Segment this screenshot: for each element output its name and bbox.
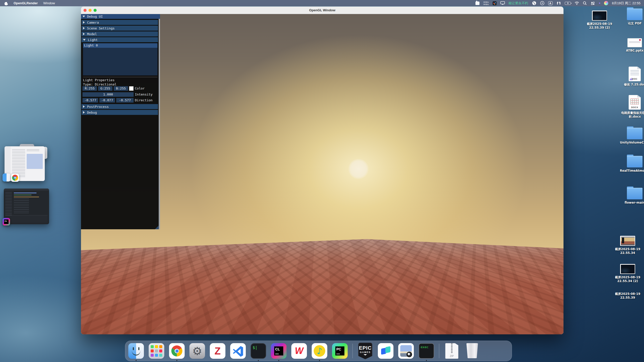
- airpods-icon[interactable]: [556, 1, 561, 5]
- running-indicator: [258, 360, 259, 361]
- play-status-icon[interactable]: [540, 1, 544, 5]
- folder-icon: [627, 9, 642, 20]
- expand-arrow-icon: [83, 33, 85, 35]
- icon-label: 截屏2025-08-19 22.55.39: [613, 292, 642, 300]
- icon-label: RealTimeAtmosphere: [620, 169, 644, 173]
- panel-resize-grip[interactable]: [155, 226, 158, 229]
- network-speed[interactable]: 0KB/s 0KB/s: [483, 1, 489, 6]
- siri-icon[interactable]: [604, 1, 608, 5]
- dock-divider: [439, 344, 439, 358]
- dock-item-zotero[interactable]: Z: [210, 343, 225, 359]
- zotero-icon: Z: [210, 343, 225, 359]
- battery-icon[interactable]: [565, 2, 571, 5]
- dock-item-chrome[interactable]: [169, 343, 185, 359]
- exec-terminal-icon: exec: [419, 343, 434, 359]
- icon-label: 论文 PDF: [628, 22, 641, 25]
- dock-item-tencent-meeting[interactable]: [378, 343, 393, 359]
- dock-item-terminal[interactable]: $|: [251, 343, 266, 359]
- epic-games-icon: EPIC GAMES: [358, 343, 372, 359]
- menu-datetime[interactable]: 8月19日 周二 22:55: [612, 1, 640, 6]
- stage-group-documents[interactable]: [2, 143, 52, 183]
- dock-item-exec[interactable]: exec: [419, 343, 434, 359]
- color-g-field[interactable]: G:255: [98, 86, 112, 91]
- color-swatch[interactable]: [129, 86, 134, 91]
- dock-item-preview[interactable]: [398, 343, 414, 359]
- display-icon[interactable]: [500, 1, 505, 5]
- section-header-scene-settings[interactable]: Scene Settings: [82, 26, 158, 31]
- icon-label: UnityVolumeCloud: [620, 141, 644, 145]
- stage-chrome-icon[interactable]: [11, 174, 19, 182]
- apple-menu-icon[interactable]: [5, 1, 8, 5]
- dock-item-pycharm[interactable]: PC: [332, 343, 348, 359]
- collapse-arrow-icon[interactable]: [83, 16, 85, 17]
- desktop-icon-screenshot-39[interactable]: 截屏2025-08-19 22.55.39: [613, 292, 643, 300]
- section-header-postprocess[interactable]: PostProcess: [82, 104, 158, 109]
- runcat-icon[interactable]: [475, 2, 479, 5]
- stage-group-ide[interactable]: CL: [3, 187, 53, 228]
- input-method-icon[interactable]: A: [548, 1, 553, 5]
- collapse-arrow-icon: [83, 39, 86, 41]
- desktop-icon-screenshot-34[interactable]: 截屏2025-08-19 22.55.34: [613, 236, 643, 255]
- desktop-icon-screenshot-39-2[interactable]: 截屏2025-08-19 22.55.39 (2): [584, 11, 615, 30]
- section-header-debug[interactable]: Debug: [82, 110, 158, 115]
- desktop-icon-lunwen-pdf[interactable]: 论文 PDF: [620, 9, 644, 25]
- search-icon[interactable]: [583, 1, 587, 5]
- dock-item-vscode[interactable]: [230, 343, 246, 359]
- direction-z-field[interactable]: -0.577: [116, 98, 134, 103]
- direction-x-field[interactable]: -0.577: [83, 98, 98, 103]
- section-header-camera[interactable]: Camera: [82, 20, 158, 25]
- net-down-label: 0KB/s: [483, 3, 489, 6]
- menu-item-window[interactable]: Window: [43, 1, 55, 5]
- icon-label: 截屏2025-08-19 22.55.34 (2): [613, 276, 642, 283]
- section-header-model[interactable]: Model: [82, 31, 158, 36]
- dock-item-wps[interactable]: W: [291, 343, 307, 359]
- opengl-window[interactable]: OpenGL Window Debug UI Camera Scene Sett…: [81, 7, 564, 334]
- light-listbox[interactable]: Light 0: [83, 43, 157, 75]
- desktop-icon-realtimeatmosphere[interactable]: RealTimeAtmosphere: [620, 156, 644, 173]
- dock-item-qq-music[interactable]: ♪: [312, 343, 327, 359]
- section-header-light[interactable]: Light: [82, 37, 158, 42]
- desktop-icon-screenshot-34-2[interactable]: 截屏2025-08-19 22.55.34 (2): [613, 264, 643, 283]
- desktop-icon-xiugai-doc[interactable]: DOC 修改 7.25.doc: [620, 67, 644, 86]
- dock-item-finder[interactable]: [128, 343, 144, 359]
- stage-document-window: [5, 146, 45, 181]
- section-label: PostProcess: [87, 105, 109, 109]
- menu-app-name[interactable]: OpenGLRender: [14, 1, 38, 5]
- stage-finder-icon[interactable]: [3, 173, 11, 182]
- panel-scrollbar[interactable]: [158, 19, 160, 229]
- dock-item-trash[interactable]: [464, 343, 480, 359]
- desktop-icon-flower-main[interactable]: flower-main: [620, 188, 644, 205]
- dock-item-clion[interactable]: CL: [271, 343, 287, 359]
- color-r-field[interactable]: R:255: [83, 86, 97, 91]
- control-center-icon[interactable]: [591, 2, 595, 5]
- music-app-icon[interactable]: [532, 1, 536, 5]
- desktop-icon-atbc-pptx[interactable]: ATBC.pptx: [620, 38, 644, 53]
- dock-item-system-settings[interactable]: ⚙: [189, 343, 205, 359]
- direction-y-field[interactable]: -0.077: [99, 98, 115, 103]
- music-lyric-text[interactable]: 能让爱永不朽: [509, 1, 528, 6]
- ishot-icon[interactable]: [493, 1, 497, 5]
- icon-label: flower-main: [625, 201, 644, 205]
- light-list-item-selected[interactable]: Light 0: [83, 43, 157, 48]
- dock: ⚙ Z $| CL W ♪ PC EPIC GAMES: [125, 341, 512, 361]
- running-indicator: [278, 360, 279, 361]
- dock-divider: [352, 344, 353, 358]
- dock-item-launchpad[interactable]: [149, 343, 164, 359]
- debug-ui-panel[interactable]: Debug UI Camera Scene Settings Model Lig…: [81, 14, 160, 229]
- desktop-icon-unityvolumecloud[interactable]: UnityVolumeCloud: [620, 128, 644, 145]
- dock-item-epic-games[interactable]: EPIC GAMES: [357, 343, 373, 359]
- screenshot-thumbnail: [592, 11, 607, 21]
- panel-title-bar[interactable]: Debug UI: [81, 14, 160, 19]
- render-viewport[interactable]: Debug UI Camera Scene Settings Model Lig…: [81, 14, 564, 334]
- wifi-icon[interactable]: [575, 2, 579, 5]
- window-titlebar[interactable]: OpenGL Window: [81, 7, 564, 14]
- notification-dot: [599, 3, 600, 4]
- wps-icon: W: [291, 343, 307, 359]
- folder-icon: [627, 156, 642, 167]
- dock-item-zip[interactable]: ZIP: [444, 343, 460, 359]
- intensity-field[interactable]: 1.000: [83, 92, 134, 97]
- stage-clion-icon[interactable]: CL: [3, 218, 10, 225]
- pycharm-icon: PC: [332, 343, 348, 359]
- desktop-icon-dianneng-docx[interactable]: DOCX 电能质量指标关联分析.docx: [620, 95, 644, 119]
- color-b-field[interactable]: B:255: [114, 86, 128, 91]
